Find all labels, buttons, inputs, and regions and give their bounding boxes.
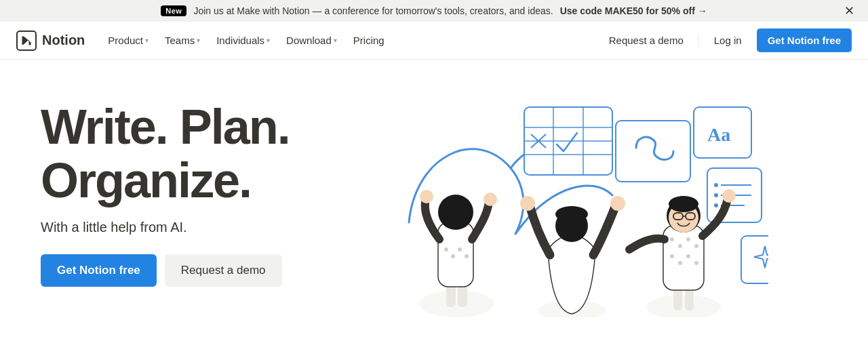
svg-point-40 <box>678 261 682 265</box>
svg-point-49 <box>420 190 433 203</box>
nav-item-pricing[interactable]: Pricing <box>347 31 391 50</box>
svg-point-53 <box>722 189 736 203</box>
svg-rect-34 <box>663 226 704 290</box>
svg-point-41 <box>686 254 690 258</box>
chevron-down-icon: ▾ <box>197 37 200 44</box>
svg-point-37 <box>686 237 690 241</box>
svg-point-15 <box>714 183 718 187</box>
svg-text:Aa: Aa <box>707 124 730 145</box>
svg-point-35 <box>670 237 674 241</box>
close-banner-button[interactable]: ✕ <box>844 5 854 17</box>
navbar: Notion Product ▾ Teams ▾ Individuals ▾ D… <box>0 22 868 60</box>
svg-point-48 <box>669 196 698 212</box>
request-demo-button[interactable]: Request a demo <box>599 29 693 52</box>
nav-links: Product ▾ Teams ▾ Individuals ▾ Download… <box>101 31 599 50</box>
illustration-svg: Aa <box>375 87 768 317</box>
svg-rect-22 <box>438 222 473 287</box>
new-badge: New <box>161 5 186 16</box>
banner-link[interactable]: Use code MAKE50 for 50% off → <box>560 5 707 16</box>
svg-point-39 <box>670 254 674 258</box>
svg-point-26 <box>458 247 462 252</box>
svg-point-52 <box>610 196 625 211</box>
chevron-down-icon: ▾ <box>334 37 337 44</box>
hero-illustration: Aa <box>375 87 768 317</box>
announcement-banner: New Join us at Make with Notion — a conf… <box>0 0 868 22</box>
login-button[interactable]: Log in <box>705 29 751 52</box>
logo-icon <box>16 31 37 51</box>
svg-point-51 <box>520 196 535 211</box>
svg-point-42 <box>694 261 698 265</box>
logo[interactable]: Notion <box>16 31 85 51</box>
hero-buttons: Get Notion free Request a demo <box>41 254 290 287</box>
svg-point-50 <box>484 193 497 206</box>
hero-content: Write. Plan. Organize. With a little hel… <box>41 87 290 287</box>
nav-item-download[interactable]: Download ▾ <box>279 31 344 50</box>
nav-divider <box>698 34 699 47</box>
svg-point-16 <box>714 193 718 197</box>
chevron-down-icon: ▾ <box>145 37 149 44</box>
svg-point-24 <box>444 247 448 252</box>
hero-heading: Write. Plan. Organize. <box>41 100 290 207</box>
nav-item-teams[interactable]: Teams ▾ <box>158 31 207 50</box>
svg-point-30 <box>555 206 588 222</box>
hero-subtext: With a little help from AI. <box>41 220 290 235</box>
nav-right: Request a demo Log in Get Notion free <box>599 28 852 52</box>
svg-point-31 <box>646 295 721 317</box>
get-notion-free-nav-button[interactable]: Get Notion free <box>757 28 852 52</box>
chevron-down-icon: ▾ <box>267 37 270 44</box>
svg-point-19 <box>419 290 494 317</box>
nav-item-product[interactable]: Product ▾ <box>101 31 155 50</box>
svg-point-23 <box>438 195 473 230</box>
hero-section: Write. Plan. Organize. With a little hel… <box>0 60 868 324</box>
nav-item-individuals[interactable]: Individuals ▾ <box>210 31 277 50</box>
logo-text: Notion <box>42 33 85 48</box>
request-demo-hero-button[interactable]: Request a demo <box>165 254 282 287</box>
svg-point-38 <box>694 244 698 248</box>
get-notion-free-hero-button[interactable]: Get Notion free <box>41 254 157 287</box>
banner-text: Join us at Make with Notion — a conferen… <box>193 5 553 16</box>
svg-point-27 <box>465 254 469 258</box>
svg-point-36 <box>678 244 682 248</box>
hero-illustration-container: Aa <box>317 87 827 324</box>
svg-point-17 <box>714 203 718 207</box>
svg-rect-18 <box>741 236 768 283</box>
svg-point-25 <box>451 254 455 258</box>
